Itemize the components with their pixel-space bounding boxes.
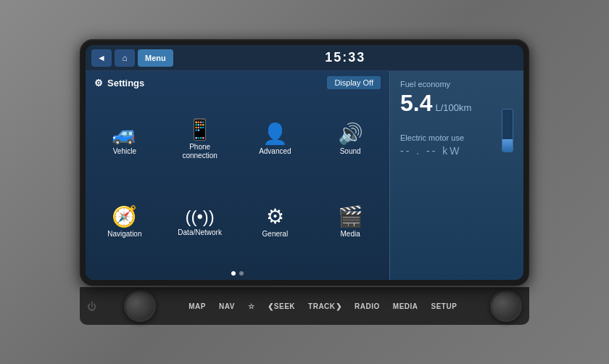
nav-buttons: ◄ ⌂ Menu	[91, 49, 173, 67]
hardware-strip: ⏻ MAP NAV ☆ ❮SEEK TRACK❯ RADIO MEDIA SET…	[80, 287, 529, 325]
sound-label: Sound	[340, 147, 361, 156]
infotainment-screen: ◄ ⌂ Menu 15:33 ⚙ Settings	[86, 45, 523, 280]
general-label: General	[262, 230, 289, 239]
vehicle-label: Vehicle	[113, 147, 136, 156]
home-button[interactable]: ⌂	[115, 49, 135, 67]
settings-panel: ⚙ Settings Display Off 🚙 Vehicle	[86, 71, 389, 280]
setup-button[interactable]: SETUP	[426, 299, 463, 313]
electric-section: Electric motor use -- . -- kW	[400, 133, 513, 157]
power-icon[interactable]: ⏻	[87, 301, 96, 312]
main-content: ⚙ Settings Display Off 🚙 Vehicle	[86, 71, 523, 280]
fuel-economy-label: Fuel economy	[400, 80, 513, 88]
map-button[interactable]: MAP	[183, 299, 212, 313]
screen-bezel: ◄ ⌂ Menu 15:33 ⚙ Settings	[80, 39, 529, 286]
fuel-value: 5.4	[400, 91, 432, 115]
fuel-bar-fill	[502, 139, 513, 152]
star-button[interactable]: ☆	[242, 299, 261, 313]
menu-button[interactable]: Menu	[138, 49, 173, 67]
data-network-label: Data/Network	[178, 228, 222, 237]
info-panel-inner: Fuel economy 5.4 L/100km	[400, 80, 513, 125]
info-panel: Fuel economy 5.4 L/100km Electric motor …	[389, 71, 523, 280]
page-dots	[86, 268, 389, 280]
settings-header: ⚙ Settings Display Off	[86, 71, 389, 94]
advanced-icon: 👤	[262, 124, 288, 144]
sound-icon: 🔊	[338, 124, 363, 144]
advanced-icon-item[interactable]: 👤 Advanced	[239, 100, 312, 180]
media-icon-item[interactable]: 🎬 Media	[314, 183, 386, 262]
navigation-label: Navigation	[107, 230, 141, 239]
right-knob[interactable]	[490, 290, 522, 322]
navigation-icon: 🧭	[112, 207, 137, 227]
media-label: Media	[341, 230, 360, 239]
left-knob[interactable]	[124, 290, 156, 322]
seek-back-button[interactable]: ❮SEEK	[262, 299, 301, 313]
car-frame: ◄ ⌂ Menu 15:33 ⚙ Settings	[0, 0, 609, 364]
general-icon: ⚙	[266, 207, 284, 227]
screen-wrapper: ◄ ⌂ Menu 15:33 ⚙ Settings	[80, 39, 529, 325]
phone-icon: 📱	[187, 120, 212, 140]
track-fwd-button[interactable]: TRACK❯	[302, 299, 347, 313]
hw-buttons-group: MAP NAV ☆ ❮SEEK TRACK❯ RADIO MEDIA SETUP	[183, 299, 463, 313]
vehicle-icon: 🚙	[112, 124, 137, 144]
display-off-button[interactable]: Display Off	[327, 76, 381, 89]
advanced-label: Advanced	[259, 147, 291, 156]
phone-connection-icon-item[interactable]: 📱 Phoneconnection	[164, 100, 236, 180]
electric-value: -- . -- kW	[400, 145, 513, 157]
top-bar: ◄ ⌂ Menu 15:33	[86, 45, 523, 71]
data-network-icon: ((•))	[185, 208, 214, 226]
data-network-icon-item[interactable]: ((•)) Data/Network	[164, 183, 236, 262]
page-dot-2	[239, 271, 244, 276]
back-button[interactable]: ◄	[91, 49, 112, 67]
sound-icon-item[interactable]: 🔊 Sound	[314, 100, 386, 180]
page-dot-1	[231, 271, 236, 276]
general-icon-item[interactable]: ⚙ General	[239, 183, 312, 262]
phone-label: Phoneconnection	[182, 143, 217, 160]
time-display: 15:33	[173, 50, 518, 65]
radio-button[interactable]: RADIO	[349, 299, 386, 313]
settings-title: ⚙ Settings	[94, 78, 144, 88]
vehicle-icon-item[interactable]: 🚙 Vehicle	[88, 100, 161, 180]
electric-motor-label: Electric motor use	[400, 133, 513, 142]
settings-label: Settings	[107, 78, 144, 88]
settings-icons-grid: 🚙 Vehicle 📱 Phoneconnection 👤	[86, 94, 389, 268]
fuel-unit: L/100km	[435, 102, 471, 113]
fuel-bar	[502, 109, 513, 152]
media-icon: 🎬	[338, 207, 363, 227]
nav-button[interactable]: NAV	[213, 299, 241, 313]
navigation-icon-item[interactable]: 🧭 Navigation	[88, 183, 161, 262]
settings-gear-icon: ⚙	[94, 78, 103, 88]
media-button[interactable]: MEDIA	[387, 299, 424, 313]
